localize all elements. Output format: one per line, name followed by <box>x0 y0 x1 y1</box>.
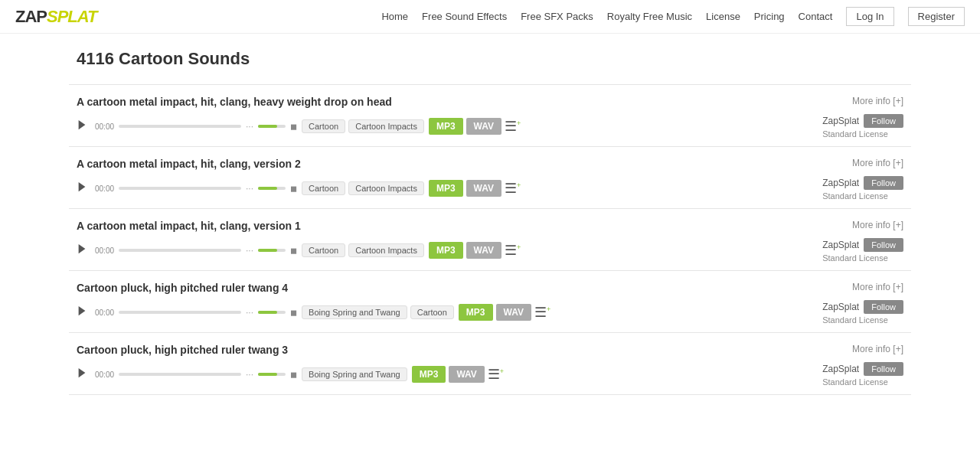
progress-bar[interactable] <box>119 249 241 252</box>
attribution-block: ZapSplat Follow Standard License <box>822 300 903 325</box>
add-to-list-icon[interactable]: ☰+ <box>488 366 504 383</box>
mp3-download-button[interactable]: MP3 <box>429 118 463 135</box>
nav-free-sfx-packs[interactable]: Free SFX Packs <box>521 11 593 22</box>
mute-icon[interactable]: ◼ <box>290 308 297 318</box>
volume-fill <box>258 373 277 376</box>
more-info-link[interactable]: More info [+] <box>852 220 903 230</box>
author-name[interactable]: ZapSplat <box>822 240 859 250</box>
nav-free-sound-effects[interactable]: Free Sound Effects <box>422 11 507 22</box>
author-name[interactable]: ZapSplat <box>822 178 859 188</box>
sound-header: A cartoon metal impact, hit, clang, vers… <box>77 220 903 232</box>
attribution-block: ZapSplat Follow Standard License <box>822 176 903 201</box>
license-label: Standard License <box>822 315 888 325</box>
more-options-icon[interactable]: ··· <box>246 183 253 194</box>
follow-button[interactable]: Follow <box>864 176 903 190</box>
sound-header: Cartoon pluck, high pitched ruler twang … <box>77 282 903 294</box>
sound-header: A cartoon metal impact, hit, clang, vers… <box>77 158 903 170</box>
volume-bar[interactable] <box>258 187 286 190</box>
progress-bar[interactable] <box>119 125 241 128</box>
volume-bar[interactable] <box>258 125 286 128</box>
more-options-icon[interactable]: ··· <box>246 307 253 318</box>
play-button[interactable] <box>77 305 90 319</box>
volume-bar[interactable] <box>258 311 286 314</box>
wav-download-button[interactable]: WAV <box>466 242 501 259</box>
volume-bar[interactable] <box>258 373 286 376</box>
sound-title: Cartoon pluck, high pitched ruler twang … <box>77 282 288 294</box>
sound-tag[interactable]: Cartoon Impacts <box>348 243 424 257</box>
audio-player: 00:00 ··· ◼ <box>77 305 297 319</box>
mute-icon[interactable]: ◼ <box>290 122 297 132</box>
register-button[interactable]: Register <box>908 7 965 26</box>
svg-marker-0 <box>79 120 86 129</box>
volume-bar[interactable] <box>258 249 286 252</box>
more-options-icon[interactable]: ··· <box>246 245 253 256</box>
mute-icon[interactable]: ◼ <box>290 246 297 256</box>
more-options-icon[interactable]: ··· <box>246 121 253 132</box>
progress-bar[interactable] <box>119 311 241 314</box>
license-label: Standard License <box>822 191 888 201</box>
play-button[interactable] <box>77 243 90 257</box>
add-to-list-icon[interactable]: ☰+ <box>534 304 550 321</box>
add-to-list-icon[interactable]: ☰+ <box>505 242 521 259</box>
time-label: 00:00 <box>95 184 114 193</box>
sound-header: Cartoon pluck, high pitched ruler twang … <box>77 344 903 356</box>
progress-bar[interactable] <box>119 187 241 190</box>
mp3-download-button[interactable]: MP3 <box>412 366 446 383</box>
follow-button[interactable]: Follow <box>864 238 903 252</box>
sound-tag[interactable]: Cartoon <box>302 181 345 195</box>
sound-tag[interactable]: Boing Spring and Twang <box>302 367 407 381</box>
sound-tag[interactable]: Cartoon <box>410 305 454 319</box>
wav-download-button[interactable]: WAV <box>466 180 501 197</box>
login-button[interactable]: Log In <box>846 7 893 26</box>
svg-marker-2 <box>79 244 86 253</box>
tags-container: CartoonCartoon Impacts <box>302 181 424 195</box>
volume-fill <box>258 249 277 252</box>
mp3-download-button[interactable]: MP3 <box>429 242 463 259</box>
follow-button[interactable]: Follow <box>864 362 903 376</box>
nav-license[interactable]: License <box>706 11 740 22</box>
mp3-download-button[interactable]: MP3 <box>459 304 493 321</box>
mute-icon[interactable]: ◼ <box>290 184 297 194</box>
sound-bottom: 00:00 ··· ◼ CartoonCartoon Impacts MP3 W… <box>77 238 903 263</box>
more-info-link[interactable]: More info [+] <box>852 282 903 292</box>
logo: ZAPSPLAT <box>15 7 96 27</box>
follow-button[interactable]: Follow <box>864 300 903 314</box>
sound-title: A cartoon metal impact, hit, clang, heav… <box>77 96 392 108</box>
sound-tag[interactable]: Cartoon <box>302 243 345 257</box>
author-name[interactable]: ZapSplat <box>822 302 859 312</box>
nav-royalty-free-music[interactable]: Royalty Free Music <box>607 11 692 22</box>
nav-home[interactable]: Home <box>381 11 408 22</box>
sound-title: A cartoon metal impact, hit, clang, vers… <box>77 158 301 170</box>
sound-item: A cartoon metal impact, hit, clang, vers… <box>69 146 911 208</box>
follow-button[interactable]: Follow <box>864 114 903 128</box>
mute-icon[interactable]: ◼ <box>290 370 297 380</box>
author-name[interactable]: ZapSplat <box>822 116 859 126</box>
author-name[interactable]: ZapSplat <box>822 364 859 374</box>
sound-tag[interactable]: Cartoon Impacts <box>348 181 424 195</box>
more-options-icon[interactable]: ··· <box>246 369 253 380</box>
sound-tag[interactable]: Cartoon <box>302 119 345 133</box>
mp3-download-button[interactable]: MP3 <box>429 180 463 197</box>
play-button[interactable] <box>77 119 90 133</box>
wav-download-button[interactable]: WAV <box>466 118 501 135</box>
more-info-link[interactable]: More info [+] <box>852 96 903 106</box>
license-label: Standard License <box>822 377 888 387</box>
more-info-link[interactable]: More info [+] <box>852 158 903 168</box>
sound-tag[interactable]: Boing Spring and Twang <box>302 305 407 319</box>
more-info-link[interactable]: More info [+] <box>852 344 903 354</box>
progress-bar[interactable] <box>119 373 241 376</box>
download-buttons: MP3 WAV <box>429 242 501 259</box>
sound-tag[interactable]: Cartoon Impacts <box>348 119 424 133</box>
wav-download-button[interactable]: WAV <box>496 304 531 321</box>
play-button[interactable] <box>77 181 90 195</box>
wav-download-button[interactable]: WAV <box>449 366 484 383</box>
add-to-list-icon[interactable]: ☰+ <box>505 180 521 197</box>
sound-bottom: 00:00 ··· ◼ Boing Spring and Twang MP3 W… <box>77 362 903 387</box>
add-to-list-icon[interactable]: ☰+ <box>505 118 521 135</box>
nav-contact[interactable]: Contact <box>799 11 833 22</box>
tags-container: CartoonCartoon Impacts <box>302 119 424 133</box>
nav-pricing[interactable]: Pricing <box>754 11 785 22</box>
author-row: ZapSplat Follow <box>822 176 903 190</box>
play-button[interactable] <box>77 367 90 381</box>
volume-fill <box>258 125 277 128</box>
